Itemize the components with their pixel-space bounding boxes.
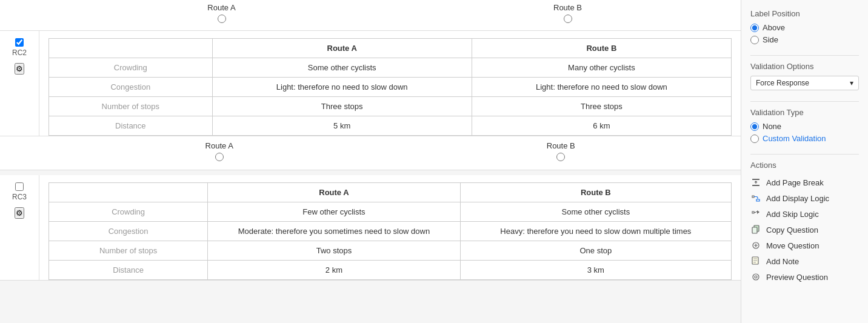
top-route-a-radio[interactable] — [218, 15, 226, 23]
add-display-logic-label: Add Display Logic — [766, 194, 829, 203]
rc3-row-col1-0: Few other cyclists — [208, 202, 460, 222]
preview-question-label: Preview Question — [766, 273, 828, 282]
label-side-label: Side — [763, 35, 778, 44]
svg-point-7 — [755, 276, 757, 278]
divider-2 — [750, 101, 859, 102]
rc3-col-header-1: Route A — [208, 183, 460, 202]
rc3-gear-button[interactable]: ⚙ — [15, 207, 24, 219]
rc3-row-col2-0: Some other cyclists — [460, 202, 731, 222]
label-side-option: Side — [750, 35, 859, 44]
actions-section: Actions Add Page Break Add Displ — [750, 161, 859, 285]
force-response-button[interactable]: Force Response ▾ — [750, 76, 859, 90]
rc2-route-b-radio[interactable] — [556, 153, 565, 161]
rc2-row-col2-1: Light: therefore no need to slow down — [472, 78, 731, 97]
svg-rect-3 — [752, 227, 757, 233]
add-note-icon — [750, 256, 761, 267]
validation-none-label: None — [763, 122, 781, 131]
custom-validation-link[interactable]: Custom Validation — [763, 134, 826, 143]
rc2-row-col2-0: Many other cyclists — [472, 58, 731, 78]
validation-options-title: Validation Options — [750, 62, 859, 71]
rc3-row-col1-1: Moderate: therefore you sometimes need t… — [208, 222, 460, 241]
validation-type-section: Validation Type None Custom Validation — [750, 108, 859, 143]
add-skip-logic-action[interactable]: Add Skip Logic — [750, 206, 859, 222]
preview-question-action[interactable]: Preview Question — [750, 269, 859, 285]
rc3-row-label-2: Number of stops — [49, 241, 208, 261]
rc3-row-col2-1: Heavy: therefore you need to slow down m… — [460, 222, 731, 241]
rc2-row-col2-3: 6 km — [472, 116, 731, 136]
rc2-radio-route-a-label: Route A — [205, 141, 233, 150]
divider-1 — [750, 55, 859, 56]
rc3-row-col1-2: Two stops — [208, 241, 460, 261]
label-position-title: Label Position — [750, 9, 859, 18]
rc3-table: Route A Route B Crowding Few other cycli… — [48, 182, 732, 280]
rc3-question-row: RC3 ⚙ Route A Route B Crowding Few other… — [0, 175, 741, 281]
rc2-table-row: Number of stops Three stops Three stops — [49, 97, 732, 116]
validation-type-title: Validation Type — [750, 108, 859, 117]
rc3-row-label-1: Congestion — [49, 222, 208, 241]
rc3-row-col1-3: 2 km — [208, 261, 460, 280]
rc2-radio-row: Route A Route B — [0, 136, 741, 170]
rc2-label: RC2 — [12, 48, 27, 57]
right-panel: Label Position Above Side Validation Opt… — [741, 0, 868, 323]
rc3-col-header-2: Route B — [460, 183, 731, 202]
add-note-action[interactable]: Add Note — [750, 253, 859, 269]
rc2-row-label-1: Congestion — [49, 78, 213, 97]
rc2-row-col1-2: Three stops — [212, 97, 472, 116]
move-question-action[interactable]: Move Question — [750, 238, 859, 253]
validation-none-option: None — [750, 122, 859, 131]
label-above-radio[interactable] — [750, 24, 759, 32]
label-above-label: Above — [763, 23, 785, 32]
rc2-table: Route A Route B Crowding Some other cycl… — [48, 38, 732, 136]
rc2-sidebar: RC2 ⚙ — [0, 31, 39, 136]
rc3-checkbox[interactable] — [15, 182, 24, 191]
add-display-logic-action[interactable]: Add Display Logic — [750, 190, 859, 206]
rc2-row-col1-0: Some other cyclists — [212, 58, 472, 78]
add-skip-logic-label: Add Skip Logic — [766, 210, 819, 219]
top-route-b-radio[interactable] — [564, 15, 572, 23]
rc2-route-a-radio[interactable] — [215, 153, 224, 161]
rc3-row-col2-3: 3 km — [460, 261, 731, 280]
preview-question-icon — [750, 271, 761, 282]
rc3-table-row: Distance 2 km 3 km — [49, 261, 732, 280]
svg-point-6 — [753, 274, 759, 280]
copy-question-icon — [750, 224, 761, 235]
rc2-row-label-2: Number of stops — [49, 97, 213, 116]
move-question-label: Move Question — [766, 241, 819, 250]
rc3-table-row: Congestion Moderate: therefore you somet… — [49, 222, 732, 241]
rc2-row-col2-2: Three stops — [472, 97, 731, 116]
label-side-radio[interactable] — [750, 36, 759, 44]
rc3-body: Route A Route B Crowding Few other cycli… — [39, 175, 741, 280]
add-note-label: Add Note — [766, 257, 799, 266]
top-route-b-label: Route B — [553, 3, 582, 12]
rc2-row-label-0: Crowding — [49, 58, 213, 78]
rc2-col-header-2: Route B — [472, 39, 731, 58]
copy-question-label: Copy Question — [766, 225, 818, 235]
rc2-question-row: RC2 ⚙ Route A Route B Crowding Some othe… — [0, 31, 741, 136]
rc3-row-label-3: Distance — [49, 261, 208, 280]
validation-custom-option: Custom Validation — [750, 134, 859, 143]
rc2-table-row: Distance 5 km 6 km — [49, 116, 732, 136]
rc2-col-header-1: Route A — [212, 39, 472, 58]
rc2-gear-button[interactable]: ⚙ — [15, 63, 24, 75]
validation-none-radio[interactable] — [750, 122, 759, 131]
rc2-radio-route-b-label: Route B — [547, 141, 575, 150]
validation-custom-radio[interactable] — [750, 135, 759, 143]
copy-question-action[interactable]: Copy Question — [750, 222, 859, 238]
svg-rect-0 — [752, 179, 760, 180]
svg-rect-1 — [752, 185, 760, 186]
validation-options-section: Validation Options Force Response ▾ — [750, 62, 859, 90]
rc2-table-row: Crowding Some other cyclists Many other … — [49, 58, 732, 78]
chevron-down-icon: ▾ — [850, 79, 853, 87]
actions-title: Actions — [750, 161, 859, 170]
move-question-icon — [750, 240, 761, 251]
display-logic-icon — [750, 193, 761, 204]
label-above-option: Above — [750, 23, 859, 32]
rc3-table-row: Number of stops Two stops One stop — [49, 241, 732, 261]
add-page-break-action[interactable]: Add Page Break — [750, 175, 859, 190]
rc2-row-col1-1: Light: therefore no need to slow down — [212, 78, 472, 97]
rc2-row-label-3: Distance — [49, 116, 213, 136]
rc3-row-col2-2: One stop — [460, 241, 731, 261]
rc2-row-col1-3: 5 km — [212, 116, 472, 136]
rc2-checkbox[interactable] — [15, 38, 24, 47]
top-route-a-label: Route A — [207, 3, 235, 12]
